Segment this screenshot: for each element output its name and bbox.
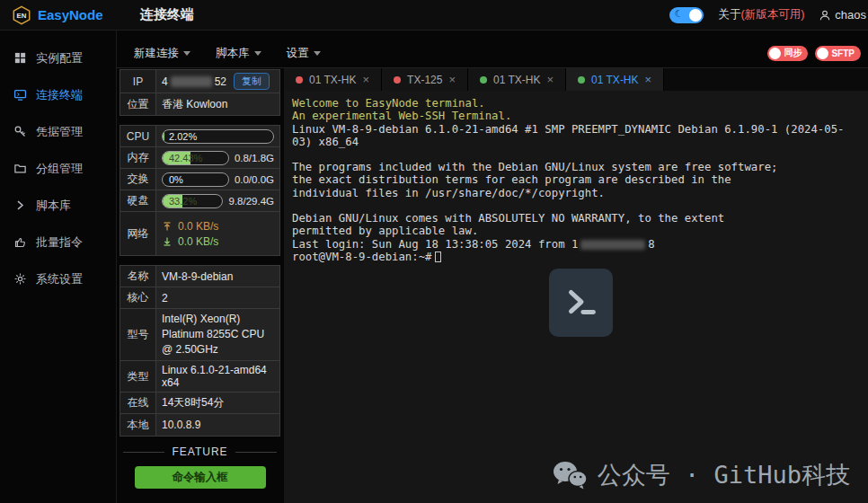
tab-label: 01 TX-HK <box>309 74 356 86</box>
close-icon[interactable]: × <box>546 73 554 86</box>
status-dot-online <box>480 76 487 84</box>
type-label: 类型 <box>120 361 156 392</box>
memory-detail: 0.8/1.8G <box>235 153 274 163</box>
feature-section: FEATURE 命令输入框 <box>120 446 280 489</box>
terminal-tab-3[interactable]: 01 TX-HK × <box>468 68 566 91</box>
last-login-prefix: Last login: Sun Aug 18 13:38:05 2024 fro… <box>292 238 578 251</box>
ip-label: IP <box>120 70 156 93</box>
easynode-logo-icon: EN <box>12 5 31 25</box>
name-value: VM-8-9-debian <box>156 266 279 287</box>
page-title: 连接终端 <box>140 6 194 23</box>
feature-title: FEATURE <box>172 446 227 458</box>
swap-detail: 0.0/0.0G <box>235 174 274 185</box>
close-icon[interactable]: × <box>362 73 369 86</box>
sidebar-item-label: 脚本库 <box>36 198 71 214</box>
sidebar-item-groups[interactable]: 分组管理 <box>0 150 116 187</box>
status-dot-offline <box>394 76 401 84</box>
terminal-line: Linux VM-8-9-debian 6.1.0-21-amd64 #1 SM… <box>292 123 860 149</box>
terminal-line-last-login: Last login: Sun Aug 18 13:38:05 2024 fro… <box>292 238 860 251</box>
sidebar-item-instance-config[interactable]: 实例配置 <box>0 40 116 76</box>
host-row-network: 网络 0.0 KB/s <box>120 212 279 255</box>
terminal-area: 01 TX-HK × TX-125 × 01 TX-HK × <box>284 68 868 503</box>
svg-text:EN: EN <box>17 12 27 20</box>
location-label: 位置 <box>120 93 156 115</box>
model-value: Intel(R) Xeon(R) Platinum 8255C CPU @ 2.… <box>162 312 274 357</box>
gear-icon <box>13 272 27 286</box>
folder-icon <box>13 162 27 175</box>
sidebar-item-credentials[interactable]: 凭据管理 <box>0 113 116 150</box>
menu-script-library[interactable]: 脚本库 <box>216 46 261 61</box>
username: chaos <box>835 8 866 22</box>
menu-new-connection[interactable]: 新建连接 <box>134 46 190 61</box>
terminal-prompt-icon <box>561 282 602 323</box>
cpu-percent-text: 2.02% <box>169 131 197 142</box>
terminal-line: individual files in /usr/share/doc/*/cop… <box>292 187 860 199</box>
cpu-progress-fill <box>163 130 164 143</box>
terminal-screen[interactable]: Welcome to EasyNode terminal. An experim… <box>284 91 868 503</box>
chevron-down-icon <box>183 51 190 56</box>
upload-arrow-icon <box>162 221 173 232</box>
hand-icon <box>13 235 27 249</box>
menu-label: 设置 <box>287 46 309 61</box>
sidebar-item-label: 分组管理 <box>36 161 83 177</box>
host-row-name: 名称 VM-8-9-debian <box>120 266 279 287</box>
cpu-progress-bar: 2.02% <box>162 129 274 144</box>
dark-mode-toggle[interactable]: ☾ <box>669 7 704 23</box>
brand-name: EasyNode <box>38 7 103 22</box>
host-row-ip: IP 4 52 复制 <box>120 70 279 93</box>
terminal-tab-2[interactable]: TX-125 × <box>382 68 468 91</box>
sidebar-item-label: 批量指令 <box>36 234 83 251</box>
user-chip[interactable]: chaos <box>819 8 866 22</box>
close-icon[interactable]: × <box>448 73 456 86</box>
user-icon <box>819 9 831 22</box>
sidebar-item-terminal[interactable]: 连接终端 <box>0 76 116 113</box>
host-row-cores: 核心 2 <box>120 287 279 309</box>
menu-settings[interactable]: 设置 <box>287 46 321 61</box>
terminal-line: Debian GNU/Linux comes with ABSOLUTELY N… <box>292 212 860 225</box>
swap-label: 交换 <box>120 169 156 190</box>
brand-area: EN EasyNode <box>0 5 117 25</box>
command-input-button[interactable]: 命令输入框 <box>135 466 266 489</box>
memory-percent-text: 42.43% <box>169 153 202 163</box>
tab-label: TX-125 <box>407 74 442 86</box>
status-dot-online <box>578 76 585 84</box>
status-dot-offline <box>296 76 303 84</box>
host-row-location: 位置 香港 Kowloon <box>120 93 279 115</box>
host-info-panel: IP 4 52 复制 位置 香港 Kowloon <box>117 68 283 503</box>
host-row-disk: 硬盘 33.2% 9.8/29.4G <box>120 190 279 212</box>
location-value: 香港 Kowloon <box>156 93 279 115</box>
terminal-tab-1[interactable]: 01 TX-HK × <box>284 68 382 91</box>
sidebar-item-label: 实例配置 <box>36 50 83 66</box>
divider-line <box>123 452 164 453</box>
menu-label: 脚本库 <box>216 46 250 61</box>
redacted-login-ip <box>580 240 645 250</box>
terminal-monitor-icon <box>13 88 27 101</box>
sync-toggle[interactable]: 同步 <box>767 46 808 61</box>
sidebar-item-system-settings[interactable]: 系统设置 <box>0 260 116 297</box>
tab-label: 01 TX-HK <box>493 74 540 86</box>
host-row-model: 型号 Intel(R) Xeon(R) Platinum 8255C CPU @… <box>120 309 279 361</box>
network-label: 网络 <box>120 212 156 255</box>
terminal-line: An experimental Web-SSH Terminal. <box>292 110 860 122</box>
sftp-toggle-label: SFTP <box>831 49 855 58</box>
local-ip-value: 10.0.8.9 <box>156 414 279 436</box>
download-arrow-icon <box>162 236 173 247</box>
type-value: Linux 6.1.0-21-amd64 x64 <box>156 361 279 392</box>
menubar: 新建连接 脚本库 设置 同步 SFTP <box>117 39 868 68</box>
sidebar-item-batch-commands[interactable]: 批量指令 <box>0 224 116 260</box>
name-label: 名称 <box>120 266 156 287</box>
swap-percent-text: 0% <box>169 174 183 185</box>
about-link[interactable]: 关于(新版本可用) <box>718 7 804 22</box>
sidebar-item-label: 连接终端 <box>36 87 83 103</box>
host-row-memory: 内存 42.43% 0.8/1.8G <box>120 147 279 169</box>
sftp-toggle[interactable]: SFTP <box>815 46 861 61</box>
uptime-label: 在线 <box>120 393 156 413</box>
divider-line <box>235 452 277 453</box>
sidebar-item-scripts[interactable]: 脚本库 <box>0 187 116 224</box>
copy-ip-button[interactable]: 复制 <box>234 73 270 90</box>
host-row-uptime: 在线 14天8时54分 <box>120 393 279 414</box>
close-icon[interactable]: × <box>645 73 652 86</box>
app-header: EN EasyNode 连接终端 ☾ 关于(新版本可用) chaos <box>0 0 868 31</box>
terminal-tab-4-active[interactable]: 01 TX-HK × <box>566 68 664 91</box>
disk-progress-bar: 33.2% <box>162 194 223 208</box>
